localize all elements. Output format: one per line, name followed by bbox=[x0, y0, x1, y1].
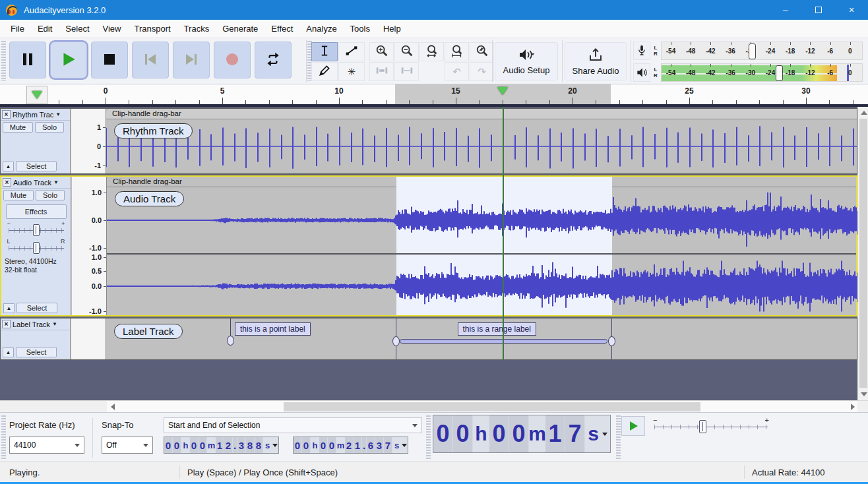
track-title[interactable]: Label Track bbox=[13, 320, 50, 328]
menu-help[interactable]: Help bbox=[377, 21, 408, 36]
range-label-text[interactable]: this is a range label bbox=[458, 322, 536, 336]
snap-to-select[interactable]: Off bbox=[102, 437, 153, 454]
mic-icon[interactable] bbox=[633, 42, 650, 60]
time-digit[interactable]: 3 bbox=[375, 437, 384, 453]
solo-button[interactable]: Solo bbox=[35, 122, 64, 133]
horizontal-scrollbar[interactable] bbox=[0, 400, 868, 412]
record-button[interactable] bbox=[214, 42, 251, 78]
timeline-ruler[interactable]: 051015202530 bbox=[0, 84, 868, 107]
effects-button[interactable]: Effects bbox=[6, 204, 67, 219]
time-digit[interactable]: 0 bbox=[453, 415, 473, 452]
rhythm-vertical-ruler[interactable]: 10-1 bbox=[71, 109, 106, 173]
time-digit[interactable]: 8 bbox=[246, 437, 255, 453]
clip-drag-bar[interactable]: Clip-handle drag-bar bbox=[106, 109, 857, 119]
time-digit[interactable]: 0 bbox=[328, 437, 336, 453]
time-digit[interactable]: 0 bbox=[190, 437, 199, 453]
selection-end-field[interactable]: 00h00m21.637s bbox=[293, 437, 408, 454]
maximize-button[interactable] bbox=[802, 0, 835, 20]
menu-tracks[interactable]: Tracks bbox=[177, 21, 216, 36]
collapse-track-icon[interactable]: ▲ bbox=[3, 162, 14, 171]
play-speed-slider[interactable]: − + bbox=[652, 416, 770, 436]
track-title[interactable]: Audio Track bbox=[13, 179, 51, 187]
speed-slider-thumb[interactable] bbox=[699, 420, 706, 433]
time-digit[interactable]: 0 bbox=[164, 437, 173, 453]
transport-toolbar-grip[interactable] bbox=[1, 41, 6, 81]
range-label-handle[interactable] bbox=[392, 336, 400, 346]
time-digit[interactable]: 0 bbox=[509, 415, 529, 452]
skip-end-button[interactable] bbox=[173, 42, 210, 78]
time-digit[interactable]: 7 bbox=[384, 437, 392, 453]
clip-name[interactable]: Rhythm Track bbox=[114, 123, 193, 138]
selection-start-field[interactable]: 00h00m12.388s bbox=[164, 437, 279, 454]
horizontal-scrollbar-thumb[interactable] bbox=[284, 402, 700, 411]
clip-name[interactable]: Label Track bbox=[114, 324, 183, 339]
redo-button[interactable]: ↷ bbox=[470, 62, 494, 81]
select-track-button[interactable]: Select bbox=[16, 347, 57, 357]
track-menu-icon[interactable]: ▼ bbox=[53, 179, 59, 185]
time-digit[interactable]: 0 bbox=[294, 437, 302, 453]
audio-position-display[interactable]: 00h00m17s bbox=[433, 415, 611, 453]
scroll-up-icon[interactable] bbox=[861, 111, 867, 115]
track-menu-icon[interactable]: ▼ bbox=[55, 111, 61, 117]
time-digit[interactable]: 1 bbox=[216, 437, 224, 453]
menu-select[interactable]: Select bbox=[59, 21, 96, 36]
menu-tools[interactable]: Tools bbox=[344, 21, 377, 36]
project-rate-select[interactable]: 44100 bbox=[9, 437, 84, 454]
pause-button[interactable] bbox=[9, 42, 46, 78]
time-digit[interactable]: . bbox=[233, 437, 237, 453]
range-label-handle[interactable] bbox=[608, 336, 615, 346]
zoom-fit-project-button[interactable] bbox=[445, 42, 469, 61]
envelope-tool-button[interactable] bbox=[338, 42, 365, 61]
skip-start-button[interactable] bbox=[132, 42, 169, 78]
minimize-button[interactable]: – bbox=[769, 0, 802, 20]
menu-edit[interactable]: Edit bbox=[31, 21, 59, 36]
time-digit[interactable]: 3 bbox=[237, 437, 246, 453]
label-clip[interactable]: Label Track this is a point label this i… bbox=[106, 318, 857, 359]
menu-file[interactable]: File bbox=[4, 21, 31, 36]
time-digit[interactable]: 0 bbox=[433, 415, 453, 452]
time-digit[interactable]: 1 bbox=[354, 437, 362, 453]
silence-selection-button[interactable] bbox=[394, 62, 419, 81]
play-at-speed-grip[interactable] bbox=[616, 415, 621, 459]
menu-generate[interactable]: Generate bbox=[216, 21, 264, 36]
close-button[interactable]: × bbox=[835, 0, 868, 20]
collapse-track-icon[interactable]: ▲ bbox=[3, 303, 15, 313]
menu-effect[interactable]: Effect bbox=[264, 21, 299, 36]
zoom-toggle-button[interactable] bbox=[470, 42, 494, 61]
speaker-small-icon[interactable] bbox=[633, 63, 650, 82]
play-button[interactable] bbox=[50, 42, 87, 78]
rhythm-clip[interactable]: Clip-handle drag-bar Rhythm Track bbox=[106, 109, 857, 173]
close-track-icon[interactable]: × bbox=[2, 110, 11, 119]
time-digit[interactable]: 0 bbox=[319, 437, 328, 453]
scroll-down-icon[interactable] bbox=[861, 392, 867, 396]
track-menu-icon[interactable]: ▼ bbox=[52, 321, 57, 327]
collapse-track-icon[interactable]: ▲ bbox=[3, 348, 14, 357]
playhead-triangle-icon[interactable] bbox=[497, 87, 508, 95]
scroll-left-icon[interactable] bbox=[111, 404, 115, 410]
time-digit[interactable]: 0 bbox=[302, 437, 311, 453]
meter-gain-slider-thumb[interactable] bbox=[776, 65, 783, 81]
time-toolbar-grip[interactable] bbox=[426, 415, 431, 459]
mute-button[interactable]: Mute bbox=[3, 190, 34, 200]
pan-slider-thumb[interactable] bbox=[33, 242, 40, 254]
selection-tool-button[interactable] bbox=[311, 42, 338, 61]
timeline-pin-button[interactable] bbox=[26, 86, 47, 104]
time-digit[interactable]: 1 bbox=[545, 415, 565, 452]
menu-transport[interactable]: Transport bbox=[127, 21, 177, 36]
stop-button[interactable] bbox=[91, 42, 128, 78]
time-digit[interactable]: 0 bbox=[199, 437, 207, 453]
audio-vertical-ruler[interactable]: 1.00.0-1.01.00.50.0-1.0 bbox=[72, 177, 107, 315]
audio-setup-button[interactable]: Audio Setup bbox=[495, 42, 558, 80]
draw-tool-button[interactable] bbox=[311, 62, 338, 81]
time-format-dropdown[interactable] bbox=[602, 415, 608, 452]
point-label-handle[interactable] bbox=[227, 336, 234, 346]
time-digit[interactable]: . bbox=[362, 437, 367, 453]
vertical-scrollbar[interactable] bbox=[857, 107, 868, 400]
audio-clip[interactable]: Clip-handle drag-bar Audio Track bbox=[107, 177, 856, 315]
selection-toolbar-grip[interactable] bbox=[1, 415, 6, 459]
zoom-in-button[interactable] bbox=[369, 42, 394, 61]
time-digit[interactable]: 7 bbox=[565, 415, 585, 452]
time-digit[interactable]: 0 bbox=[173, 437, 181, 453]
clip-name[interactable]: Audio Track bbox=[115, 191, 184, 206]
play-at-speed-button[interactable] bbox=[621, 416, 645, 436]
